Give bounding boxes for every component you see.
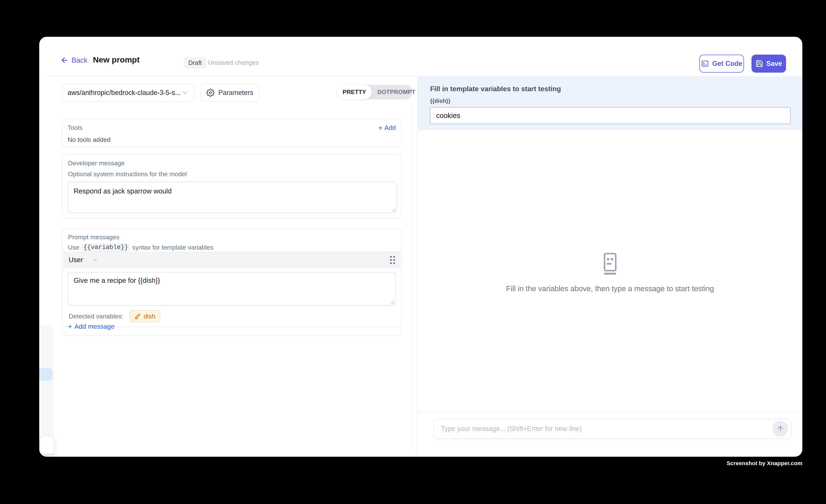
message-block: User Give me a recipe for {{dish}} Detec…	[63, 252, 401, 327]
watermark-text: Screenshot by Xnapper.com	[727, 460, 802, 466]
tools-empty-text: No tools added	[68, 136, 111, 143]
sidebar-active-item[interactable]	[39, 368, 52, 381]
resize-grip-icon[interactable]	[389, 299, 394, 304]
drag-handle-icon[interactable]	[390, 256, 395, 264]
chat-message-input[interactable]: Type your message... (Shift+Enter for ne…	[434, 419, 791, 439]
toggle-dotprompt[interactable]: DOTPROMPT	[372, 85, 421, 100]
message-value: Give me a recipe for {{dish}}	[74, 276, 160, 284]
parameters-label: Parameters	[218, 89, 253, 97]
tester-title: Fill in template variables to start test…	[430, 85, 561, 93]
sidebar-popover	[40, 436, 54, 454]
back-label: Back	[71, 56, 87, 64]
back-button[interactable]: Back	[60, 56, 87, 64]
role-value: User	[69, 256, 83, 264]
role-select[interactable]: User	[69, 256, 98, 264]
parameters-button[interactable]: Parameters	[200, 84, 259, 102]
hint-prefix: Use	[68, 244, 79, 251]
model-selector-value: aws/anthropic/bedrock-claude-3-5-s...	[68, 89, 181, 97]
header: Back New prompt Draft Unsaved changes Ge…	[39, 37, 802, 76]
plus-icon: +	[378, 124, 382, 131]
model-selector[interactable]: aws/anthropic/bedrock-claude-3-5-s...	[62, 84, 194, 102]
unsaved-changes-note: Unsaved changes	[208, 59, 259, 66]
resize-grip-icon[interactable]	[391, 207, 395, 212]
terminal-icon	[701, 60, 709, 68]
tester-empty-state: Fill in the variables above, then type a…	[418, 253, 802, 293]
status-badge: Draft	[184, 57, 206, 69]
variable-chip-dish[interactable]: dish	[130, 310, 160, 322]
developer-message-label: Developer message	[68, 160, 125, 167]
tools-label: Tools	[68, 124, 82, 131]
developer-message-textarea[interactable]: Respond as jack sparrow would	[68, 182, 397, 213]
send-message-button[interactable]	[772, 421, 788, 437]
tester-empty-text: Fill in the variables above, then type a…	[418, 285, 802, 293]
developer-message-value: Respond as jack sparrow would	[74, 187, 172, 195]
tester-variables-panel: Fill in template variables to start test…	[418, 76, 802, 130]
dish-variable-value: cookies	[436, 112, 460, 120]
arrow-up-icon	[776, 425, 785, 433]
gear-icon	[206, 88, 215, 97]
pencil-icon	[135, 313, 141, 320]
add-tool-button[interactable]: + Add	[378, 124, 396, 131]
prompt-messages-label: Prompt messages	[68, 234, 119, 241]
save-label: Save	[766, 60, 782, 68]
get-code-label: Get Code	[712, 60, 742, 68]
view-mode-toggle: PRETTY DOTPROMPT	[337, 85, 412, 100]
scrollbar-gutter	[412, 77, 412, 457]
developer-message-description: Optional system instructions for the mod…	[68, 170, 187, 178]
add-message-label: Add message	[74, 323, 115, 330]
message-body: Give me a recipe for {{dish}} Detected v…	[63, 268, 401, 327]
chat-bar-divider	[418, 413, 802, 413]
chat-input-placeholder: Type your message... (Shift+Enter for ne…	[441, 425, 772, 433]
message-role-header: User	[63, 252, 401, 268]
header-divider	[48, 76, 423, 76]
chevron-down-icon	[181, 89, 189, 97]
variable-chip-label: dish	[143, 313, 155, 320]
variable-syntax-code: {{variable}}	[81, 243, 130, 252]
arrow-left-icon	[60, 56, 68, 64]
add-tool-label: Add	[385, 124, 396, 131]
detected-variables-row: Detected variables: dish	[68, 306, 396, 327]
tester-variable-label: {{dish}}	[430, 98, 450, 104]
dish-variable-input[interactable]: cookies	[430, 107, 790, 124]
screenshot-stage: Back New prompt Draft Unsaved changes Ge…	[0, 0, 826, 504]
save-icon	[755, 60, 763, 68]
get-code-button[interactable]: Get Code	[699, 55, 744, 73]
variable-syntax-hint: Use {{variable}} syntax for template var…	[68, 243, 214, 252]
app-window: Back New prompt Draft Unsaved changes Ge…	[39, 37, 802, 457]
add-message-button[interactable]: + Add message	[68, 323, 115, 330]
hint-suffix: syntax for template variables	[132, 244, 214, 251]
toggle-pretty[interactable]: PRETTY	[337, 85, 372, 100]
robot-face-icon	[600, 253, 621, 275]
developer-message-card: Developer message Optional system instru…	[62, 154, 402, 218]
chevron-down-icon	[92, 256, 98, 263]
page-title: New prompt	[93, 55, 139, 64]
plus-icon: +	[68, 323, 72, 330]
detected-variables-label: Detected variables:	[69, 313, 123, 320]
save-button[interactable]: Save	[752, 55, 786, 73]
prompt-messages-card: Prompt messages Use {{variable}} syntax …	[62, 229, 402, 335]
message-textarea[interactable]: Give me a recipe for {{dish}}	[68, 272, 396, 306]
tools-card: Tools + Add No tools added	[62, 118, 402, 147]
